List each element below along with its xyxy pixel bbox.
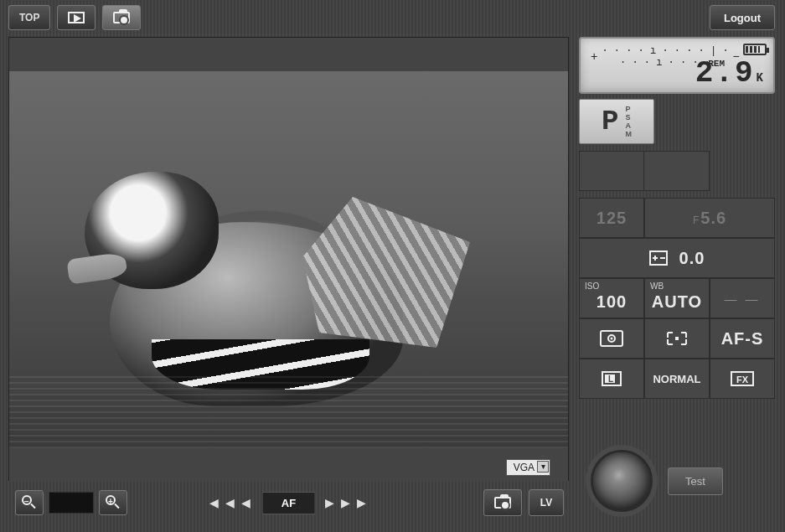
af-move-right[interactable]: ▶ ▶ ▶ bbox=[325, 496, 368, 509]
subject-feathers bbox=[302, 197, 470, 348]
image-quality-cell[interactable]: NORMAL bbox=[644, 359, 710, 399]
aperture-value: 5.6 bbox=[700, 209, 726, 227]
af-point-bar: ◀ ◀ ◀ AF ▶ ▶ ▶ bbox=[209, 492, 368, 514]
image-area-icon: FX bbox=[730, 370, 755, 387]
letterbox-top bbox=[9, 38, 568, 71]
flash-comp-cell[interactable]: — — bbox=[710, 278, 775, 318]
test-button[interactable]: Test bbox=[668, 467, 723, 495]
live-view-image[interactable] bbox=[9, 71, 568, 448]
iso-label: ISO bbox=[585, 281, 599, 291]
zoom-in-button[interactable]: + bbox=[99, 490, 127, 515]
shutter-speed-cell[interactable]: 125 bbox=[579, 198, 644, 238]
play-icon bbox=[68, 12, 85, 23]
image-size-cell[interactable]: L bbox=[579, 359, 644, 399]
svg-rect-7 bbox=[675, 337, 679, 340]
image-size-icon: L bbox=[600, 369, 623, 388]
zoom-in-icon: + bbox=[106, 495, 121, 510]
live-view-toggle[interactable]: LV bbox=[529, 489, 564, 516]
remaining-value: 2.9K bbox=[695, 56, 765, 90]
exposure-mode-current: P bbox=[602, 106, 618, 137]
battery-icon bbox=[743, 44, 767, 55]
svg-point-6 bbox=[611, 338, 613, 340]
logout-button[interactable]: Logout bbox=[710, 5, 775, 30]
metering-icon bbox=[599, 329, 624, 348]
playback-button[interactable] bbox=[57, 5, 96, 30]
af-mode-label[interactable]: AF bbox=[262, 492, 315, 514]
exposure-comp-value: 0.0 bbox=[679, 249, 705, 268]
resolution-select[interactable]: VGA bbox=[506, 459, 550, 476]
af-area-cell[interactable] bbox=[644, 318, 710, 359]
scale-plus: + bbox=[591, 50, 597, 64]
svg-text:L: L bbox=[608, 374, 613, 384]
exposure-mode-box[interactable]: P P S A M bbox=[579, 99, 654, 144]
af-mode-value: AF-S bbox=[721, 329, 764, 349]
wb-label: WB bbox=[650, 281, 664, 291]
zoom-controls: − + bbox=[15, 490, 127, 515]
af-move-left[interactable]: ◀ ◀ ◀ bbox=[209, 496, 252, 509]
live-view-panel bbox=[8, 37, 569, 481]
letterbox-bottom bbox=[9, 448, 568, 482]
live-view-footer: VGA ▾ − + ◀ ◀ ◀ AF ▶ ▶ ▶ LV bbox=[8, 483, 569, 523]
shutter-area: Test bbox=[579, 443, 775, 519]
iso-value: 100 bbox=[596, 292, 627, 312]
camera-icon bbox=[113, 12, 130, 23]
shutter-speed-value: 125 bbox=[596, 209, 627, 228]
top-toolbar: TOP bbox=[8, 5, 141, 30]
exposure-comp-cell[interactable]: 0.0 bbox=[579, 238, 775, 278]
flash-comp-value: — — bbox=[724, 292, 760, 306]
top-button[interactable]: TOP bbox=[8, 5, 50, 30]
metering-cell[interactable] bbox=[579, 318, 644, 359]
zoom-out-button[interactable]: − bbox=[15, 490, 44, 515]
shutter-button[interactable] bbox=[591, 450, 653, 512]
top-lcd: + · · · · ı · · · · | · · · · ı · · · · … bbox=[579, 37, 775, 94]
svg-text:FX: FX bbox=[736, 374, 749, 385]
camera-mode-button[interactable] bbox=[102, 5, 141, 30]
iso-cell[interactable]: ISO 100 bbox=[579, 278, 644, 318]
lv-right-buttons: LV bbox=[483, 489, 564, 516]
parameter-grid-main: 125 F5.6 0.0 ISO 100 WB AUTO — — bbox=[579, 198, 775, 399]
shutter-speed-cell[interactable] bbox=[579, 151, 644, 191]
image-quality-value: NORMAL bbox=[653, 373, 700, 385]
af-area-icon bbox=[664, 329, 689, 348]
aperture-cell[interactable]: F5.6 bbox=[644, 198, 775, 238]
water-reflection bbox=[9, 373, 568, 448]
aperture-prefix: F bbox=[693, 214, 699, 226]
camera-icon bbox=[494, 497, 511, 509]
capture-button[interactable] bbox=[483, 489, 522, 516]
zoom-level-track[interactable] bbox=[49, 492, 94, 514]
af-mode-cell[interactable]: AF-S bbox=[710, 318, 775, 359]
camera-status-panel: + · · · · ı · · · · | · · · · ı · · · · … bbox=[579, 37, 775, 399]
image-area-cell[interactable]: FX bbox=[710, 359, 775, 399]
wb-value: AUTO bbox=[652, 292, 702, 312]
exposure-mode-options: P S A M bbox=[625, 105, 632, 138]
zoom-out-icon: − bbox=[22, 495, 37, 510]
exposure-comp-icon bbox=[649, 251, 668, 266]
wb-cell[interactable]: WB AUTO bbox=[644, 278, 710, 318]
